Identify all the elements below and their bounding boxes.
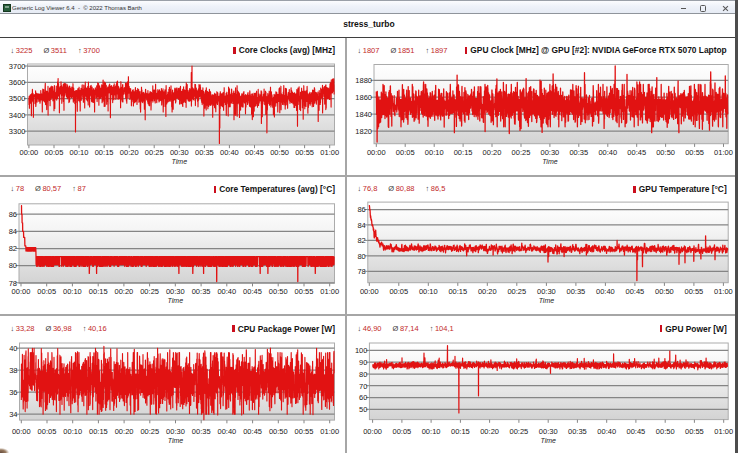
svg-text:82: 82 [357, 236, 365, 245]
svg-text:1820: 1820 [355, 127, 372, 136]
svg-text:82: 82 [9, 244, 17, 253]
svg-text:100: 100 [355, 346, 368, 355]
svg-text:84: 84 [357, 221, 365, 230]
svg-text:80: 80 [9, 261, 17, 270]
svg-text:3500: 3500 [9, 94, 26, 103]
svg-text:1880: 1880 [355, 76, 372, 85]
svg-text:36: 36 [9, 388, 17, 397]
svg-text:84: 84 [9, 227, 17, 236]
svg-text:60: 60 [359, 393, 367, 402]
svg-text:86: 86 [357, 205, 365, 214]
svg-text:90: 90 [359, 358, 367, 367]
svg-text:38: 38 [9, 366, 17, 375]
svg-text:70: 70 [359, 382, 367, 391]
svg-text:3400: 3400 [9, 111, 26, 120]
svg-text:3700: 3700 [9, 62, 26, 71]
svg-text:86: 86 [9, 210, 17, 219]
svg-text:50: 50 [359, 405, 367, 414]
svg-text:80: 80 [359, 370, 367, 379]
svg-text:34: 34 [9, 410, 17, 419]
svg-text:3600: 3600 [9, 78, 26, 87]
svg-text:78: 78 [357, 267, 365, 276]
svg-text:1860: 1860 [355, 93, 372, 102]
svg-text:3300: 3300 [9, 127, 26, 136]
svg-text:40: 40 [9, 344, 17, 353]
svg-text:80: 80 [357, 252, 365, 261]
svg-text:1840: 1840 [355, 110, 372, 119]
